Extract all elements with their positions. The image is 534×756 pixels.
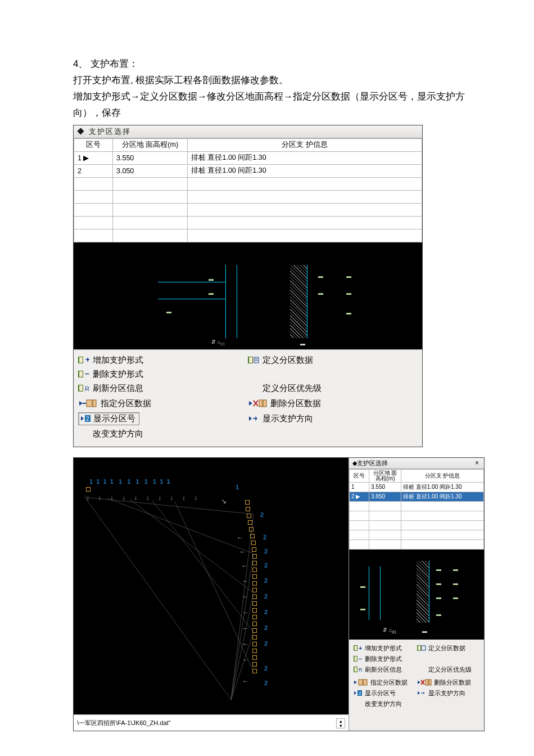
doc-line2: 增加支护形式→定义分区数据→修改分区地面高程→指定分区数据（显示分区号，显示支护…	[73, 89, 467, 122]
svg-text:–: –	[359, 655, 362, 662]
doc-heading: 4、 支护布置：	[73, 56, 467, 73]
status-spinner[interactable]: ▴▾	[336, 718, 345, 728]
fig2-cad-viewport[interactable]: /* decorative hints drawn below with abs…	[74, 458, 349, 731]
fig2-panel-titlebar[interactable]: ◆ 支护区选择 ×	[349, 458, 484, 469]
delete-zone-icon	[417, 679, 432, 686]
fig2-actions: + 增加支护形式 定义分区数据 – 删除支护形式	[349, 640, 484, 715]
show-zone-no-button[interactable]: 2 显示分区号	[78, 411, 248, 427]
book-refresh-icon: R	[354, 666, 363, 673]
table-row[interactable]: 1 ▶ 3.550 排桩 直径1.00 间距1.30	[74, 151, 422, 164]
show-direction-icon	[417, 690, 426, 696]
assign-icon	[354, 679, 368, 686]
svg-rect-7	[93, 400, 96, 407]
delete-zone-button[interactable]: 删除分区数据	[417, 677, 481, 688]
show-number-icon: 2	[80, 414, 91, 423]
delete-form-button[interactable]: – 删除支护形式	[354, 654, 417, 664]
show-direction-button[interactable]: 显示支护方向	[248, 411, 418, 427]
col-zone[interactable]: 区号	[74, 138, 113, 151]
change-direction-button[interactable]: 改变支护方向	[354, 699, 423, 709]
change-direction-button[interactable]: 改变支护方向	[78, 427, 255, 441]
show-direction-button[interactable]: 显示支护方向	[417, 688, 481, 699]
col-zone[interactable]: 区号	[350, 469, 369, 482]
fig1-zone-table: 区号 分区地 面高程(m) 分区支 护信息 1 ▶ 3.550 排桩 直径1.0…	[74, 138, 422, 242]
table-row[interactable]: 2 3.050 排桩 直径1.00 间距1.30	[74, 164, 422, 177]
svg-rect-13	[422, 646, 426, 650]
book-minus-icon: –	[354, 655, 363, 662]
define-priority-button[interactable]: 定义分区优先级	[417, 664, 481, 675]
fig1-actions: + 增加支护形式 定义分区数据 – 删除支护形式 R 刷新分区信息	[74, 349, 422, 447]
close-icon[interactable]: ×	[473, 459, 481, 467]
svg-text:–: –	[85, 370, 89, 378]
fig1-cad-preview: ▬ ▬ ▬ ▬ ▬ ▬ ▬ ▬ ⇵ ⌂01 ▬	[74, 242, 422, 349]
table-row[interactable]: 13.550排桩 直径1.00 间距1.30	[350, 482, 484, 492]
svg-text:+: +	[359, 645, 362, 651]
status-path: \一军区四招所\FA-1\JK60_ZH.dat"	[77, 719, 171, 727]
svg-rect-19	[429, 680, 431, 685]
book-refresh-icon: R	[78, 384, 89, 393]
assign-zone-button[interactable]: 指定分区数据	[354, 677, 417, 688]
svg-rect-17	[363, 680, 367, 685]
assign-zone-button[interactable]: 指定分区数据	[78, 397, 248, 411]
table-row[interactable]: 2 ▶3.850排桩 直径1.00 间距1.30	[350, 492, 484, 501]
book-plus-icon: +	[78, 356, 89, 364]
svg-rect-16	[359, 680, 363, 685]
fig2-window: /* decorative hints drawn below with abs…	[73, 457, 485, 731]
svg-text:+: +	[85, 356, 89, 364]
doc-line1: 打开支护布置, 根据实际工程各剖面数据修改参数。	[73, 73, 467, 89]
fig2-cad-preview: ▬ ▬ ▬ ▬ ▬ ▬ ▬ ▬ ▬ ⇵ ⌂01 ▬	[349, 550, 484, 640]
delete-zone-icon	[248, 399, 267, 408]
svg-rect-9	[263, 400, 266, 407]
fig2-side-panel: ◆ 支护区选择 × 区号 分区地 面高程(m) 分区支 护信息 13.550排桩…	[349, 458, 484, 731]
refresh-zone-button[interactable]: R 刷新分区信息	[354, 664, 417, 675]
delete-zone-button[interactable]: 删除分区数据	[248, 397, 418, 411]
col-elev[interactable]: 分区地 面高程(m)	[113, 138, 188, 151]
book-list-icon	[248, 356, 259, 364]
svg-text:2: 2	[86, 416, 89, 422]
doc-body: 4、 支护布置： 打开支护布置, 根据实际工程各剖面数据修改参数。 增加支护形式…	[73, 56, 467, 122]
add-form-button[interactable]: + 增加支护形式	[78, 353, 248, 367]
svg-rect-1	[254, 357, 259, 363]
fig1-title: 支护区选择	[89, 127, 131, 136]
delete-form-button[interactable]: – 删除支护形式	[78, 367, 248, 381]
status-bar: \一军区四招所\FA-1\JK60_ZH.dat" ▴▾	[74, 714, 349, 731]
svg-text:R: R	[85, 385, 89, 392]
col-elev[interactable]: 分区地 面高程(m)	[369, 469, 401, 482]
svg-text:R: R	[359, 667, 363, 673]
book-minus-icon: –	[78, 370, 89, 379]
fig2-zone-table: 区号 分区地 面高程(m) 分区支 护信息 13.550排桩 直径1.00 间距…	[349, 469, 484, 550]
fig1-panel: ◆ 支护区选择 区号 分区地 面高程(m) 分区支 护信息 1 ▶ 3.550 …	[73, 125, 423, 447]
svg-rect-6	[87, 400, 92, 407]
show-zone-no-button[interactable]: 2 显示分区号	[354, 688, 417, 699]
define-priority-button[interactable]: 定义分区优先级	[248, 381, 418, 395]
col-info[interactable]: 分区支 护信息	[401, 469, 484, 482]
svg-rect-8	[259, 400, 263, 407]
book-plus-icon: +	[354, 645, 363, 651]
define-zone-button[interactable]: 定义分区数据	[417, 643, 481, 654]
book-list-icon	[417, 645, 426, 651]
fig1-titlebar[interactable]: ◆ 支护区选择	[74, 125, 422, 138]
col-info[interactable]: 分区支 护信息	[188, 138, 422, 151]
assign-icon	[78, 399, 97, 408]
svg-text:2: 2	[359, 691, 361, 696]
define-zone-button[interactable]: 定义分区数据	[248, 353, 418, 367]
show-direction-icon	[248, 414, 259, 423]
svg-rect-18	[426, 680, 428, 685]
refresh-zone-button[interactable]: R 刷新分区信息	[78, 381, 248, 395]
fig2-panel-title: 支护区选择	[357, 459, 388, 467]
add-form-button[interactable]: + 增加支护形式	[354, 643, 417, 654]
show-number-icon: 2	[354, 690, 363, 696]
